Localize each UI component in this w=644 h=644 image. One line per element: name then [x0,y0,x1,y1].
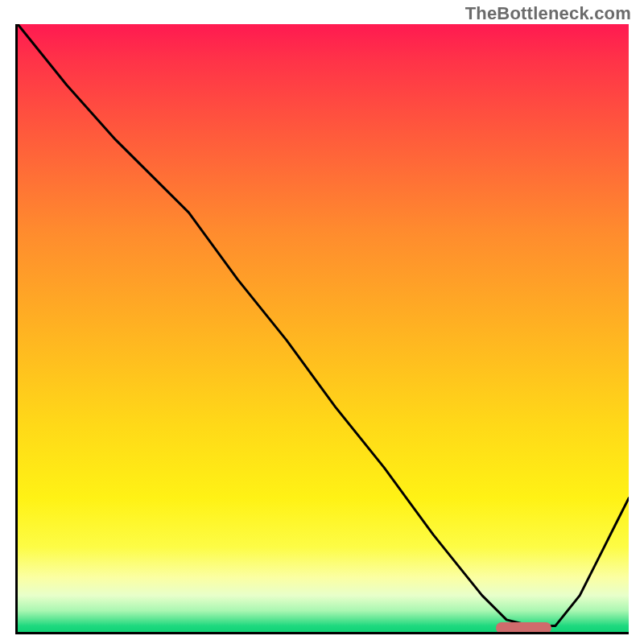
optimal-range-marker [496,622,551,634]
watermark-text: TheBottleneck.com [465,3,631,24]
bottleneck-curve [18,24,629,632]
chart-area [15,24,629,634]
